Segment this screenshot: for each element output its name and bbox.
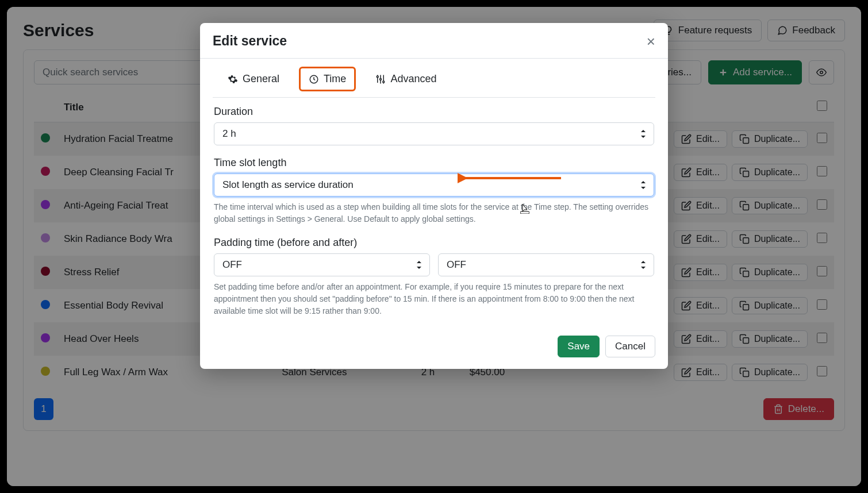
sliders-icon (375, 74, 386, 84)
edit-service-modal: Edit service × General Time Advanced (200, 23, 668, 369)
svg-point-11 (380, 78, 382, 80)
padding-help: Set padding time before and/or after an … (214, 281, 654, 317)
duration-select[interactable]: 2 h (214, 122, 654, 145)
svg-point-10 (377, 76, 379, 78)
clock-icon (309, 74, 319, 84)
modal-title: Edit service (213, 33, 287, 49)
tab-advanced[interactable]: Advanced (367, 67, 444, 91)
time-slot-help: The time interval which is used as a ste… (214, 201, 654, 225)
tab-general[interactable]: General (220, 67, 287, 91)
tab-time[interactable]: Time (299, 67, 356, 91)
gear-icon (228, 74, 238, 84)
cancel-button[interactable]: Cancel (605, 336, 655, 357)
padding-after-select[interactable]: OFF (438, 253, 654, 276)
svg-point-12 (383, 81, 385, 83)
close-icon[interactable]: × (647, 34, 655, 49)
padding-before-select[interactable]: OFF (214, 253, 430, 276)
time-slot-select[interactable]: Slot length as service duration (214, 174, 654, 197)
duration-label: Duration (214, 106, 654, 118)
padding-label: Padding time (before and after) (214, 237, 654, 249)
time-slot-label: Time slot length (214, 157, 654, 169)
save-button[interactable]: Save (558, 336, 600, 357)
